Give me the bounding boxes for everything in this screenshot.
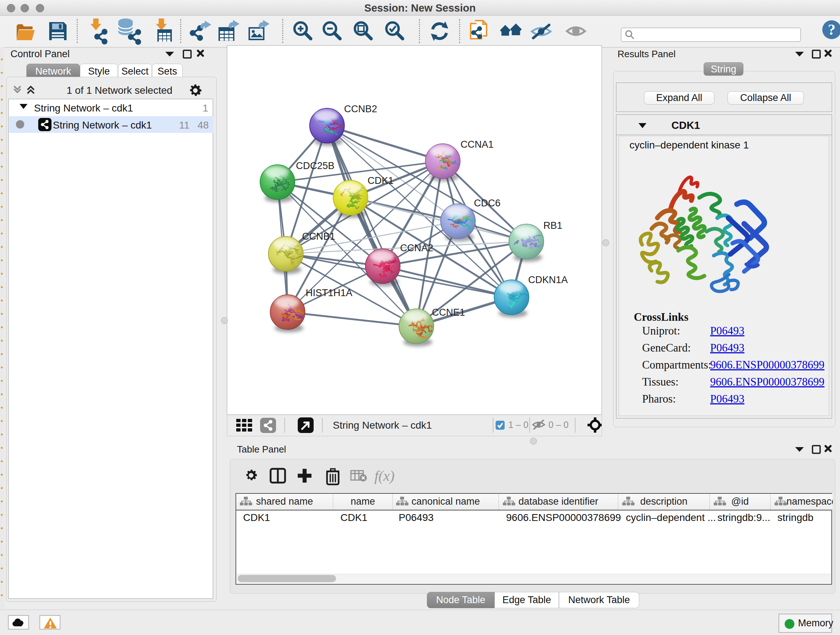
svg-text:f(x): f(x)	[374, 468, 395, 484]
svg-text:CCNA1: CCNA1	[461, 139, 494, 150]
svg-text:CDKN1A: CDKN1A	[528, 274, 568, 285]
svg-text:CCNB2: CCNB2	[344, 103, 377, 114]
svg-text:String Network – cdk1: String Network – cdk1	[333, 420, 432, 431]
svg-text:RB1: RB1	[543, 220, 562, 231]
svg-text:CCNB1: CCNB1	[302, 231, 335, 242]
svg-text:CDC6: CDC6	[474, 198, 501, 209]
svg-text:CCNA2: CCNA2	[400, 242, 433, 253]
svg-text:CDK1: CDK1	[368, 175, 393, 186]
svg-text:HIST1H1A: HIST1H1A	[306, 287, 352, 298]
svg-text:?: ?	[828, 21, 836, 38]
svg-text:CCNE1: CCNE1	[432, 307, 465, 318]
svg-text:0 – 0: 0 – 0	[548, 420, 569, 430]
svg-text:CDC25B: CDC25B	[296, 160, 335, 171]
svg-text:1 – 0: 1 – 0	[508, 420, 529, 430]
